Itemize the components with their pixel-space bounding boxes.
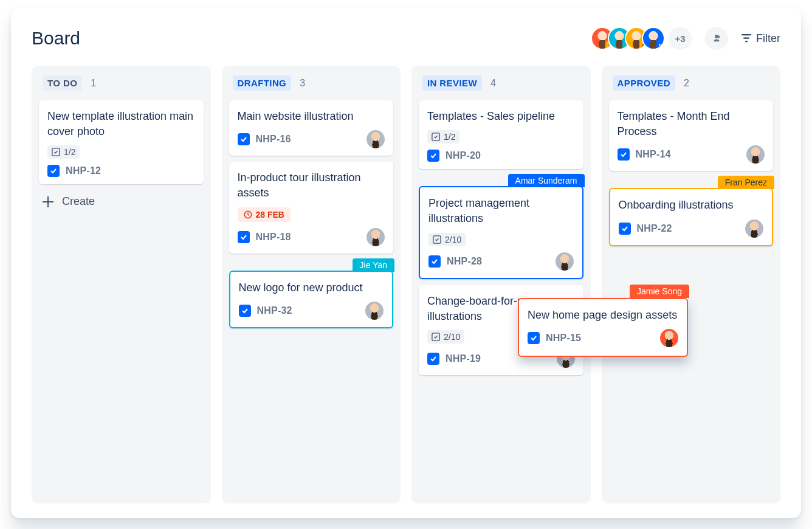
issue-key: NHP-19 bbox=[446, 353, 481, 364]
filter-icon bbox=[741, 34, 751, 43]
svg-rect-1 bbox=[743, 38, 749, 39]
issue-key: NHP-20 bbox=[446, 150, 481, 161]
assignee-avatar[interactable] bbox=[366, 228, 385, 246]
create-card-button[interactable]: Create bbox=[39, 190, 204, 213]
card-title: Onboarding illustrations bbox=[619, 198, 764, 213]
card[interactable]: Amar Sunderam Project management illustr… bbox=[419, 186, 583, 278]
card[interactable]: Templates - Sales pipeline 1/2 NHP-20 bbox=[419, 100, 583, 169]
issue-key: NHP-18 bbox=[256, 232, 291, 243]
card-title: Templates - Sales pipeline bbox=[427, 109, 575, 124]
plus-icon bbox=[43, 196, 53, 207]
card-title: New logo for new product bbox=[239, 280, 384, 296]
filter-label: Filter bbox=[756, 32, 780, 45]
add-user-icon bbox=[711, 33, 722, 44]
subtasks-icon bbox=[432, 333, 440, 341]
column-count: 3 bbox=[300, 78, 305, 89]
svg-rect-2 bbox=[745, 41, 748, 42]
card-title: Templates - Month End Process bbox=[618, 109, 765, 139]
column-drafting[interactable]: DRAFTING 3 Main website illustration NHP… bbox=[222, 66, 401, 503]
subtasks-pill: 2/10 bbox=[428, 233, 466, 246]
add-member-button[interactable] bbox=[705, 27, 728, 50]
issue-key: NHP-16 bbox=[256, 134, 291, 145]
subtasks-icon bbox=[52, 148, 60, 156]
task-type-icon bbox=[238, 231, 250, 243]
due-date-pill: 28 FEB bbox=[238, 207, 291, 222]
task-type-icon bbox=[47, 165, 60, 177]
task-type-icon bbox=[427, 150, 439, 162]
issue-key: NHP-22 bbox=[637, 223, 672, 234]
card[interactable]: Fran Perez Onboarding illustrations NHP-… bbox=[609, 188, 774, 246]
column-count: 2 bbox=[684, 78, 689, 89]
issue-key: NHP-12 bbox=[66, 165, 101, 176]
task-type-icon bbox=[619, 223, 631, 235]
task-type-icon bbox=[428, 255, 441, 268]
card[interactable]: Templates - Month End Process NHP-14 bbox=[609, 100, 774, 171]
assignee-avatar[interactable] bbox=[660, 329, 678, 347]
assignee-avatar[interactable] bbox=[745, 220, 763, 238]
column-in-review[interactable]: IN REVIEW 4 Templates - Sales pipeline 1… bbox=[411, 66, 591, 503]
subtasks-pill: 1/2 bbox=[427, 130, 459, 143]
svg-rect-0 bbox=[741, 34, 751, 35]
issue-key: NHP-28 bbox=[447, 256, 482, 267]
create-label: Create bbox=[62, 195, 95, 208]
column-title: DRAFTING bbox=[233, 75, 292, 91]
subtasks-icon bbox=[433, 235, 441, 244]
subtasks-pill: 1/2 bbox=[47, 145, 80, 159]
presence-tag: Jie Yan bbox=[353, 258, 394, 272]
card-title: In-product tour illustration assets bbox=[238, 170, 385, 201]
card-title: New home page design assets bbox=[528, 308, 678, 323]
task-type-icon bbox=[528, 332, 540, 344]
card[interactable]: Jie Yan New logo for new product NHP-32 bbox=[229, 271, 394, 328]
filter-button[interactable]: Filter bbox=[741, 32, 780, 45]
assignee-avatar[interactable] bbox=[366, 130, 385, 148]
page-title: Board bbox=[32, 28, 80, 49]
card[interactable]: New template illustration main cover pho… bbox=[39, 100, 204, 184]
task-type-icon bbox=[618, 148, 630, 161]
avatar[interactable]: F bbox=[642, 27, 665, 50]
task-type-icon bbox=[239, 305, 251, 317]
column-title: IN REVIEW bbox=[422, 75, 482, 91]
task-type-icon bbox=[238, 133, 250, 145]
card[interactable]: Main website illustration NHP-16 bbox=[229, 100, 394, 156]
issue-key: NHP-14 bbox=[636, 149, 671, 160]
presence-tag: Jamie Song bbox=[630, 285, 689, 298]
assignee-avatar[interactable] bbox=[365, 302, 384, 320]
issue-key: NHP-32 bbox=[257, 305, 292, 316]
dragging-card[interactable]: Jamie Song New home page design assets N… bbox=[518, 298, 688, 357]
column-count: 1 bbox=[91, 78, 96, 89]
issue-key: NHP-15 bbox=[546, 333, 581, 344]
column-title: TO DO bbox=[43, 75, 82, 91]
assignee-avatar[interactable] bbox=[746, 145, 765, 164]
column-count: 4 bbox=[490, 78, 496, 89]
clock-icon bbox=[244, 210, 252, 219]
member-avatars[interactable]: J J A F +3 bbox=[591, 27, 692, 50]
task-type-icon bbox=[427, 353, 439, 365]
presence-tag: Fran Perez bbox=[718, 176, 774, 189]
column-todo[interactable]: TO DO 1 New template illustration main c… bbox=[32, 66, 211, 503]
column-title: APPROVED bbox=[613, 75, 675, 91]
subtasks-icon bbox=[432, 133, 440, 141]
column-approved[interactable]: APPROVED 2 Templates - Month End Process… bbox=[602, 66, 781, 503]
card-title: Project management illustrations bbox=[428, 196, 574, 226]
avatar-overflow[interactable]: +3 bbox=[669, 27, 692, 50]
card[interactable]: In-product tour illustration assets 28 F… bbox=[229, 162, 394, 253]
card-title: Main website illustration bbox=[238, 109, 385, 124]
presence-tag: Amar Sunderam bbox=[508, 174, 585, 187]
subtasks-pill: 2/10 bbox=[427, 330, 464, 344]
card-title: New template illustration main cover pho… bbox=[47, 109, 195, 139]
assignee-avatar[interactable] bbox=[556, 252, 574, 271]
